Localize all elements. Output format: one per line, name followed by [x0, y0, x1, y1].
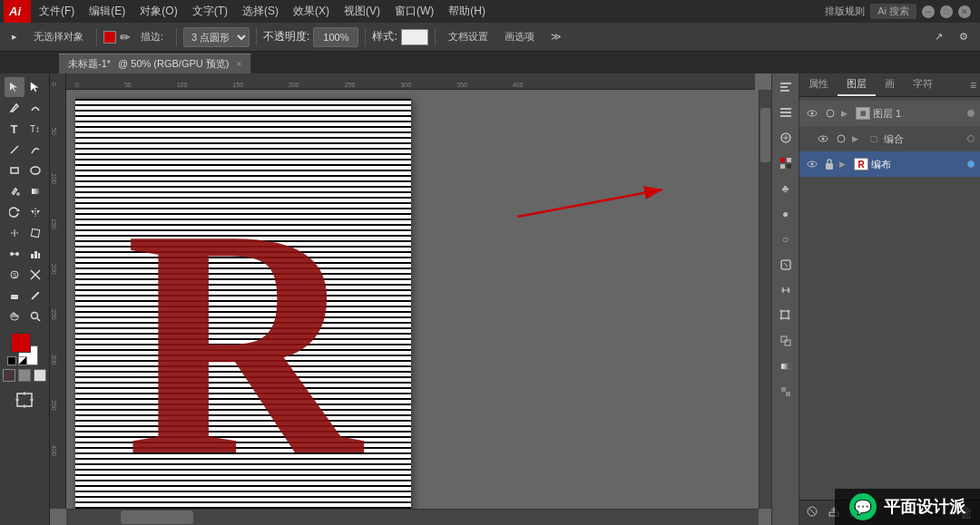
search-field[interactable]: Ai 搜索	[870, 4, 916, 19]
doc-tab-close[interactable]: ×	[236, 59, 241, 69]
horizontal-scroll-thumb[interactable]	[121, 510, 193, 524]
vertical-type-tool[interactable]: T↕	[25, 119, 45, 139]
symbol-tool[interactable]: S	[5, 265, 24, 285]
transparency-btn[interactable]	[776, 382, 796, 402]
brushes-btn[interactable]: ♣	[776, 179, 796, 199]
hand-tool[interactable]	[5, 306, 24, 326]
paintbucket-tool[interactable]	[5, 181, 24, 201]
pen-tool[interactable]	[5, 98, 24, 118]
make-clip-mask-btn[interactable]	[803, 505, 821, 520]
blend-tool[interactable]	[5, 244, 24, 264]
share-btn[interactable]: ↗	[928, 26, 949, 48]
svg-point-12	[10, 252, 14, 256]
light-swatch[interactable]	[34, 369, 46, 382]
width-tool[interactable]	[5, 223, 24, 243]
options-toolbar: ▸ 无选择对象 ✏ 描边: 3 点圆形 不透明度: 样式: 文档设置 画选项 ≫…	[0, 23, 980, 52]
more-options-btn[interactable]: ≫	[544, 26, 568, 48]
appearance-btn[interactable]	[776, 255, 796, 275]
type-tools: T T↕	[4, 119, 45, 139]
menu-text[interactable]: 文字(T)	[186, 0, 234, 23]
vertical-scrollbar[interactable]	[759, 90, 771, 509]
default-colors-btn[interactable]	[7, 356, 16, 365]
pathfinder-btn[interactable]	[776, 331, 796, 351]
layer-1-expand[interactable]: ▶	[841, 109, 852, 118]
menu-help[interactable]: 帮助(H)	[442, 0, 492, 23]
menu-window[interactable]: 窗口(W)	[388, 0, 440, 23]
menu-effect[interactable]: 效果(X)	[287, 0, 336, 23]
menu-edit[interactable]: 编辑(E)	[83, 0, 132, 23]
horizontal-scrollbar[interactable]	[66, 509, 759, 525]
line-tool[interactable]	[5, 140, 24, 160]
transform-tools	[4, 202, 45, 222]
slice-tool[interactable]	[25, 265, 45, 285]
layer-1-target[interactable]	[823, 106, 838, 121]
swap-colors-btn[interactable]	[18, 356, 27, 365]
arc-tool[interactable]	[25, 140, 45, 160]
properties-btn[interactable]: ⚙	[953, 26, 975, 48]
tab-properties[interactable]: 属性	[799, 73, 838, 96]
opacity-input[interactable]	[313, 27, 358, 47]
none-swatch[interactable]	[3, 369, 15, 382]
selection-tool-btn[interactable]: ▸	[5, 26, 24, 48]
menu-select[interactable]: 选择(S)	[236, 0, 285, 23]
direct-select-tool[interactable]	[25, 77, 45, 97]
panel-menu-btn[interactable]: ≡	[966, 79, 980, 92]
layer-item-group[interactable]: ▶ □ 编合	[799, 126, 980, 151]
layer-obj-lock[interactable]	[823, 158, 836, 170]
swatches-btn[interactable]	[776, 153, 796, 173]
layers-panel-btn[interactable]	[776, 102, 796, 122]
tab-canvas[interactable]: 画	[876, 73, 904, 96]
minimize-button[interactable]: ─	[922, 5, 935, 18]
align-btn[interactable]	[776, 280, 796, 300]
column-graph-tool[interactable]	[25, 244, 45, 264]
svg-rect-76	[826, 163, 833, 170]
move-btn[interactable]: 描边:	[134, 26, 170, 48]
doc-settings-btn[interactable]: 文档设置	[442, 26, 495, 48]
pencil-tool[interactable]	[25, 286, 45, 306]
gradient-panel-btn[interactable]	[776, 356, 796, 376]
zoom-tool[interactable]	[25, 306, 45, 326]
stroke-type-select[interactable]: 3 点圆形	[183, 27, 250, 47]
shape-tools	[4, 160, 45, 180]
transform-panel-btn[interactable]	[776, 306, 796, 326]
layer-item-object[interactable]: ▶ R 编布	[799, 151, 980, 177]
menu-object[interactable]: 对象(O)	[133, 0, 183, 23]
symbols-btn[interactable]: ●	[776, 204, 796, 224]
foreground-color-swatch[interactable]	[11, 333, 31, 353]
fill-color-swatch[interactable]	[103, 31, 116, 44]
doc-tab-main[interactable]: 未标题-1* @ 50% (RGB/GPU 预览) ×	[59, 53, 251, 73]
vertical-scroll-thumb[interactable]	[760, 108, 770, 162]
no-selection-label: 无选择对象	[27, 26, 90, 48]
layer-group-visibility[interactable]	[816, 131, 830, 146]
select-options-btn[interactable]: 画选项	[498, 26, 541, 48]
rotate-tool[interactable]	[5, 202, 24, 222]
type-tool[interactable]: T	[5, 119, 24, 139]
tab-character[interactable]: 字符	[904, 73, 942, 96]
eraser-tool[interactable]	[5, 286, 24, 306]
artboard-tool[interactable]	[4, 390, 45, 410]
layer-group-expand[interactable]: ▶	[852, 134, 863, 143]
curvature-tool[interactable]	[25, 98, 45, 118]
layer-group-target[interactable]	[834, 131, 848, 146]
select-tool[interactable]	[5, 77, 24, 97]
brush-icon: ✏	[120, 30, 131, 44]
menu-file[interactable]: 文件(F)	[33, 0, 81, 23]
free-transform-tool[interactable]	[25, 223, 45, 243]
layer-obj-visibility[interactable]	[805, 157, 819, 171]
layer-obj-expand[interactable]: ▶	[839, 160, 850, 169]
rect-tool[interactable]	[5, 160, 24, 180]
layer-item-1[interactable]: ▶ ▦ 图层 1	[799, 101, 980, 126]
properties-panel-btn[interactable]	[776, 77, 796, 97]
tab-layers[interactable]: 图层	[838, 73, 876, 96]
libraries-btn[interactable]	[776, 128, 796, 148]
graphic-styles-btn[interactable]: ○	[776, 229, 796, 249]
group-icon: □	[867, 132, 881, 145]
menu-view[interactable]: 视图(V)	[338, 0, 387, 23]
gradient-tool[interactable]	[25, 181, 45, 201]
reflect-tool[interactable]	[25, 202, 45, 222]
layer-1-visibility[interactable]	[805, 106, 819, 121]
close-button[interactable]: ✕	[958, 5, 971, 18]
ellipse-tool[interactable]	[25, 160, 45, 180]
maximize-button[interactable]: □	[940, 5, 953, 18]
gray-swatch[interactable]	[18, 369, 31, 382]
